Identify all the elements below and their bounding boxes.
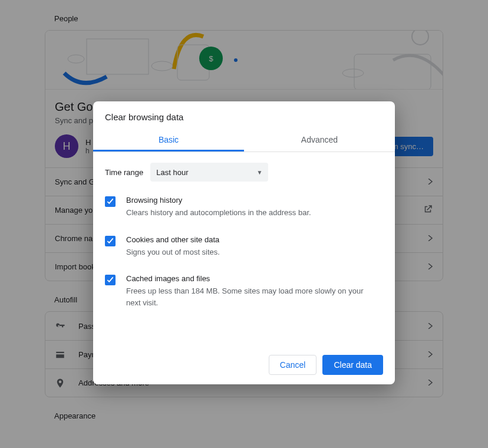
cancel-button[interactable]: Cancel bbox=[269, 355, 317, 375]
time-range-row: Time range Last hour ▼ bbox=[105, 163, 383, 182]
option-title: Browsing history bbox=[126, 196, 311, 205]
tab-basic[interactable]: Basic bbox=[93, 128, 244, 151]
checkbox-cache[interactable] bbox=[105, 275, 116, 285]
option-title: Cached images and files bbox=[126, 274, 374, 283]
dialog-body: Time range Last hour ▼ Browsing history … bbox=[93, 152, 395, 345]
time-range-select[interactable]: Last hour ▼ bbox=[150, 163, 268, 182]
clear-data-button[interactable]: Clear data bbox=[322, 355, 383, 375]
option-cache[interactable]: Cached images and files Frees up less th… bbox=[105, 266, 383, 317]
option-title: Cookies and other site data bbox=[126, 235, 220, 244]
time-range-label: Time range bbox=[105, 168, 143, 177]
option-sub: Frees up less than 184 MB. Some sites ma… bbox=[126, 285, 374, 308]
option-browsing-history[interactable]: Browsing history Clears history and auto… bbox=[105, 187, 383, 227]
option-cookies[interactable]: Cookies and other site data Signs you ou… bbox=[105, 227, 383, 266]
option-sub: Clears history and autocompletions in th… bbox=[126, 207, 311, 219]
checkbox-cookies[interactable] bbox=[105, 236, 116, 246]
dialog-tabs: Basic Advanced bbox=[93, 128, 395, 152]
option-sub: Signs you out of most sites. bbox=[126, 246, 220, 258]
checkbox-browsing-history[interactable] bbox=[105, 196, 116, 207]
clear-browsing-data-dialog: Clear browsing data Basic Advanced Time … bbox=[93, 101, 395, 384]
dialog-footer: Cancel Clear data bbox=[93, 345, 395, 384]
dialog-title: Clear browsing data bbox=[93, 101, 395, 128]
chevron-down-icon: ▼ bbox=[256, 169, 262, 176]
time-range-value: Last hour bbox=[156, 168, 188, 177]
tab-advanced[interactable]: Advanced bbox=[244, 128, 395, 151]
